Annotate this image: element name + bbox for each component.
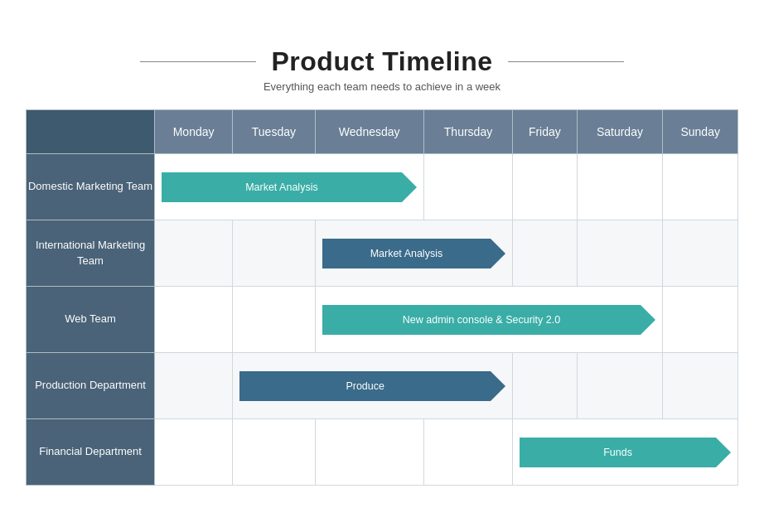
empty-cell xyxy=(663,154,738,220)
empty-cell xyxy=(233,220,315,287)
row-label: International Marketing Team xyxy=(27,220,155,287)
bar-label: Market Analysis xyxy=(370,248,443,259)
arrow-bar: New admin console & Security 2.0 xyxy=(322,305,641,335)
empty-cell xyxy=(577,353,663,419)
page-title: Product Timeline xyxy=(271,46,492,77)
empty-cell xyxy=(663,353,738,419)
header-monday: Monday xyxy=(155,110,233,154)
empty-cell xyxy=(423,154,512,220)
header-saturday: Saturday xyxy=(577,110,663,154)
empty-cell xyxy=(513,353,577,419)
empty-cell xyxy=(577,154,663,220)
bar-cell: Market Analysis xyxy=(315,220,513,287)
header-section: Product Timeline Everything each team ne… xyxy=(26,46,738,93)
empty-cell xyxy=(155,220,233,287)
header-tuesday: Tuesday xyxy=(233,110,315,154)
arrow-bar: Funds xyxy=(520,438,716,467)
row-label: Domestic Marketing Team xyxy=(27,154,155,220)
header-line-left xyxy=(140,61,256,63)
bar-cell: Produce xyxy=(233,353,513,419)
header-line-right xyxy=(508,61,624,63)
empty-cell xyxy=(155,353,233,419)
page-wrapper: Product Timeline Everything each team ne… xyxy=(17,30,747,502)
row-label: Financial Department xyxy=(27,419,155,486)
empty-cell xyxy=(663,220,738,287)
table-row: Domestic Marketing TeamMarket Analysis xyxy=(27,154,738,220)
arrow-bar: Market Analysis xyxy=(162,172,402,202)
row-label: Web Team xyxy=(27,287,155,353)
header-wednesday: Wednesday xyxy=(315,110,423,154)
empty-cell xyxy=(513,220,577,287)
table-row: International Marketing TeamMarket Analy… xyxy=(27,220,738,287)
header-label-cell xyxy=(27,110,155,154)
table-row: Production DepartmentProduce xyxy=(27,353,738,419)
empty-cell xyxy=(423,419,512,486)
table-row: Web TeamNew admin console & Security 2.0 xyxy=(27,287,738,353)
empty-cell xyxy=(155,419,233,486)
empty-cell xyxy=(513,154,577,220)
page-subtitle: Everything each team needs to achieve in… xyxy=(26,80,738,93)
header-row: Monday Tuesday Wednesday Thursday Friday… xyxy=(27,110,738,154)
header-friday: Friday xyxy=(513,110,577,154)
table-row: Financial DepartmentFunds xyxy=(27,419,738,486)
bar-label: Market Analysis xyxy=(245,181,318,193)
arrow-bar: Produce xyxy=(239,371,491,401)
header-sunday: Sunday xyxy=(663,110,738,154)
bar-cell: Funds xyxy=(513,419,738,486)
arrow-bar: Market Analysis xyxy=(322,239,491,268)
row-label: Production Department xyxy=(27,353,155,419)
empty-cell xyxy=(663,287,738,353)
empty-cell xyxy=(315,419,423,486)
bar-cell: New admin console & Security 2.0 xyxy=(315,287,663,353)
empty-cell xyxy=(233,419,315,486)
empty-cell xyxy=(577,220,663,287)
bar-cell: Market Analysis xyxy=(155,154,424,220)
bar-label: Produce xyxy=(346,380,384,392)
timeline-table: Monday Tuesday Wednesday Thursday Friday… xyxy=(26,109,738,486)
empty-cell xyxy=(233,287,315,353)
header-lines: Product Timeline xyxy=(26,46,738,77)
bar-label: Funds xyxy=(603,447,632,458)
empty-cell xyxy=(155,287,233,353)
header-thursday: Thursday xyxy=(423,110,512,154)
bar-label: New admin console & Security 2.0 xyxy=(403,314,560,326)
